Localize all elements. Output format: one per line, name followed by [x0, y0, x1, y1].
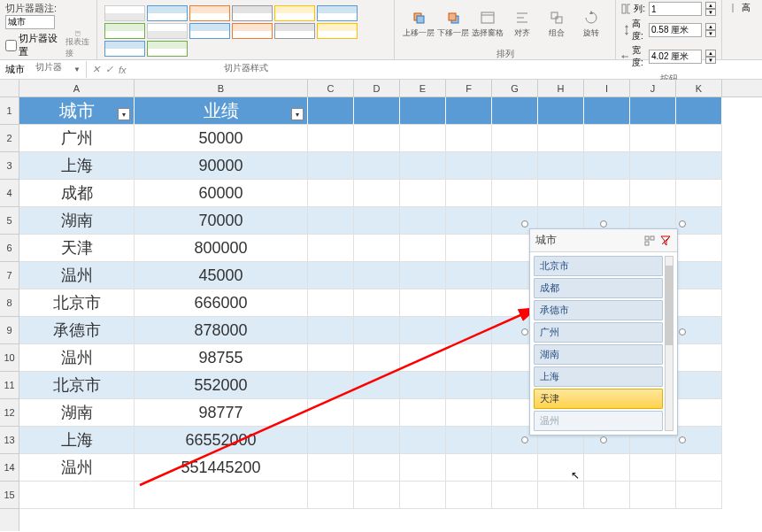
cell[interactable]: [492, 482, 538, 509]
row-header[interactable]: 15: [0, 482, 19, 509]
cell[interactable]: [308, 344, 354, 372]
cell[interactable]: [354, 97, 400, 125]
cell[interactable]: 552000: [135, 372, 308, 399]
cell[interactable]: 上海: [19, 427, 135, 454]
cell[interactable]: [584, 125, 630, 152]
cell[interactable]: [308, 482, 354, 509]
scrollbar-thumb[interactable]: [666, 266, 673, 345]
cell[interactable]: [400, 482, 446, 509]
cell[interactable]: [135, 482, 308, 509]
cell[interactable]: [630, 454, 676, 482]
row-header[interactable]: 7: [0, 262, 19, 289]
report-connections-button[interactable]: 报表连接: [65, 31, 91, 59]
cell[interactable]: [492, 97, 538, 125]
slicer-item[interactable]: 天津: [534, 389, 663, 409]
cell[interactable]: 温州: [19, 262, 135, 289]
cell[interactable]: [584, 152, 630, 180]
width-input[interactable]: [649, 50, 702, 64]
row-header[interactable]: 1: [0, 97, 19, 125]
cell[interactable]: 800000: [135, 235, 308, 262]
cell[interactable]: 98777: [135, 399, 308, 427]
cell[interactable]: [538, 97, 584, 125]
style-thumb[interactable]: [189, 5, 230, 21]
cell[interactable]: [630, 180, 676, 207]
cell[interactable]: [400, 427, 446, 454]
cell[interactable]: [354, 235, 400, 262]
row-header[interactable]: 14: [0, 454, 19, 482]
slicer[interactable]: 城市 北京市成都承德市广州湖南上海天津温州: [529, 228, 678, 436]
row-header[interactable]: 3: [0, 152, 19, 180]
cell[interactable]: [400, 180, 446, 207]
row-header[interactable]: 9: [0, 317, 19, 344]
cell[interactable]: 551445200: [135, 454, 308, 482]
style-thumb[interactable]: [147, 23, 188, 39]
cell[interactable]: [308, 125, 354, 152]
cell[interactable]: [676, 482, 722, 509]
select-all-corner[interactable]: [0, 80, 19, 97]
cell[interactable]: [676, 427, 722, 454]
cell[interactable]: [446, 399, 492, 427]
cell[interactable]: [308, 427, 354, 454]
style-thumb[interactable]: [232, 23, 273, 39]
cell[interactable]: [584, 180, 630, 207]
height-spinner[interactable]: ▲▼: [705, 23, 716, 37]
cell[interactable]: [308, 399, 354, 427]
slicer-settings-check[interactable]: 切片器设置: [5, 32, 62, 58]
cell[interactable]: [308, 235, 354, 262]
row-header[interactable]: 2: [0, 125, 19, 152]
column-header[interactable]: J: [630, 80, 676, 96]
cell[interactable]: 北京市: [19, 289, 135, 317]
slicer-styles-gallery[interactable]: [103, 2, 386, 60]
height-input[interactable]: [649, 23, 702, 37]
cell[interactable]: 天津: [19, 235, 135, 262]
cell[interactable]: [584, 454, 630, 482]
cell[interactable]: 成都: [19, 180, 135, 207]
cell[interactable]: [400, 152, 446, 180]
cell[interactable]: [538, 454, 584, 482]
cell[interactable]: [676, 180, 722, 207]
cell[interactable]: [400, 125, 446, 152]
cell[interactable]: [538, 125, 584, 152]
cell[interactable]: 70000: [135, 207, 308, 235]
slicer-item[interactable]: 成都: [534, 278, 663, 298]
cell[interactable]: [446, 482, 492, 509]
cell[interactable]: [676, 317, 722, 344]
cell[interactable]: [676, 454, 722, 482]
filter-dropdown-button[interactable]: ▾: [291, 108, 304, 120]
column-header[interactable]: E: [400, 80, 446, 96]
row-header[interactable]: 5: [0, 207, 19, 235]
cell[interactable]: 湖南: [19, 399, 135, 427]
cell[interactable]: [538, 180, 584, 207]
row-header[interactable]: 6: [0, 235, 19, 262]
cell[interactable]: [308, 317, 354, 344]
cell[interactable]: [308, 262, 354, 289]
cell[interactable]: [308, 454, 354, 482]
cell[interactable]: [308, 97, 354, 125]
cell[interactable]: [400, 344, 446, 372]
cell[interactable]: [676, 372, 722, 399]
cell[interactable]: [400, 372, 446, 399]
cell[interactable]: [354, 125, 400, 152]
cell[interactable]: [308, 180, 354, 207]
cell[interactable]: [492, 454, 538, 482]
cell[interactable]: [446, 207, 492, 235]
cell[interactable]: [676, 289, 722, 317]
cell[interactable]: [492, 180, 538, 207]
cell[interactable]: 温州: [19, 454, 135, 482]
cell[interactable]: 温州: [19, 344, 135, 372]
column-header[interactable]: H: [538, 80, 584, 96]
rotate-button[interactable]: 旋转: [575, 4, 608, 44]
cell[interactable]: [308, 289, 354, 317]
slicer-item[interactable]: 北京市: [534, 256, 663, 276]
cell[interactable]: [538, 152, 584, 180]
clear-filter-icon[interactable]: [659, 235, 672, 247]
cell[interactable]: 上海: [19, 152, 135, 180]
column-header[interactable]: C: [308, 80, 354, 96]
cell[interactable]: [354, 372, 400, 399]
cell[interactable]: [446, 152, 492, 180]
row-header[interactable]: 12: [0, 399, 19, 427]
cell[interactable]: [400, 207, 446, 235]
row-header[interactable]: 10: [0, 344, 19, 372]
width-spinner[interactable]: ▲▼: [705, 50, 716, 64]
cell[interactable]: [354, 207, 400, 235]
